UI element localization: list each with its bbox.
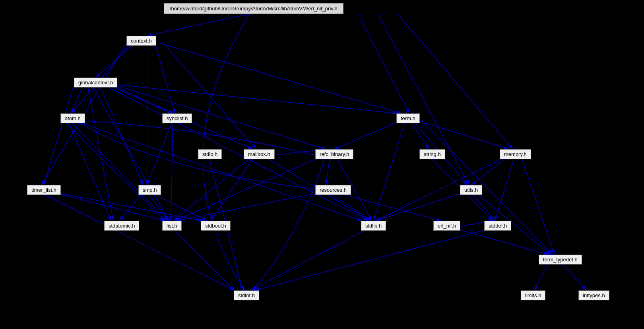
node-stdint[interactable]: stdint.h: [234, 290, 259, 300]
node-stdbool[interactable]: stdbool.h: [201, 221, 231, 231]
svg-line-28: [417, 121, 509, 149]
node-list[interactable]: list.h: [162, 221, 182, 231]
svg-line-2: [358, 14, 409, 113]
svg-line-62: [561, 262, 586, 290]
node-utils[interactable]: utils.h: [460, 185, 482, 195]
node-timer-list[interactable]: timer_list.h: [27, 185, 61, 195]
svg-line-57: [250, 228, 370, 290]
node-smp[interactable]: smp.h: [138, 185, 161, 195]
node-inttypes[interactable]: inttypes.h: [578, 290, 609, 300]
node-term-typedef[interactable]: term_typedef.h: [539, 255, 582, 265]
node-limits[interactable]: limits.h: [521, 290, 545, 300]
dependency-arrows: [0, 0, 644, 329]
node-globalcontext[interactable]: globalcontext.h: [74, 78, 117, 88]
svg-line-26: [334, 121, 402, 149]
svg-line-14: [117, 85, 398, 113]
node-atom[interactable]: atom.h: [60, 113, 85, 123]
svg-line-55: [471, 192, 495, 221]
svg-line-10: [163, 43, 256, 149]
svg-line-16: [44, 85, 74, 185]
svg-line-33: [173, 156, 252, 221]
svg-line-63: [68, 121, 111, 221]
svg-line-37: [175, 156, 322, 221]
node-term[interactable]: term.h: [396, 113, 420, 123]
svg-line-6: [159, 43, 402, 113]
svg-line-61: [535, 262, 549, 290]
svg-line-15: [99, 85, 143, 185]
svg-line-51: [177, 192, 322, 221]
svg-line-31: [374, 121, 405, 221]
svg-line-5: [95, 43, 135, 78]
svg-line-30: [421, 121, 553, 255]
svg-line-24: [147, 121, 173, 185]
svg-line-19: [113, 85, 326, 149]
svg-line-44: [521, 156, 555, 255]
svg-line-54: [376, 192, 465, 221]
svg-line-23: [64, 121, 235, 290]
node-refc-binary[interactable]: refc_binary.h: [315, 149, 353, 159]
node-stdlib[interactable]: stdlib.h: [361, 221, 386, 231]
svg-line-21: [70, 121, 167, 221]
node-stddef[interactable]: stddef.h: [484, 221, 511, 231]
svg-line-3: [398, 14, 513, 149]
node-erl-nif[interactable]: erl_nif.h: [433, 221, 460, 231]
node-resources[interactable]: resources.h: [315, 185, 351, 195]
node-synclist[interactable]: synclist.h: [162, 113, 192, 123]
svg-line-4: [378, 14, 469, 185]
svg-line-47: [40, 192, 235, 290]
node-string[interactable]: string.h: [419, 149, 445, 159]
node-stdatomic[interactable]: stdatomic.h: [104, 221, 139, 231]
node-memory[interactable]: memory.h: [500, 149, 531, 159]
svg-line-25: [171, 121, 173, 221]
svg-line-13: [111, 85, 173, 113]
svg-line-64: [87, 85, 113, 221]
node-mailbox[interactable]: mailbox.h: [244, 149, 275, 159]
svg-line-48: [119, 192, 143, 221]
node-context[interactable]: context.h: [126, 36, 156, 46]
svg-line-18: [91, 85, 169, 221]
svg-line-46: [54, 192, 203, 221]
svg-line-1: [147, 14, 250, 36]
node-stdio[interactable]: stdio.h: [198, 149, 222, 159]
svg-line-38: [326, 156, 330, 185]
title-node: /home/winford/github/UncleGrumpy/AtomVM/…: [164, 3, 343, 14]
svg-line-41: [471, 156, 509, 185]
svg-line-27: [409, 121, 429, 149]
